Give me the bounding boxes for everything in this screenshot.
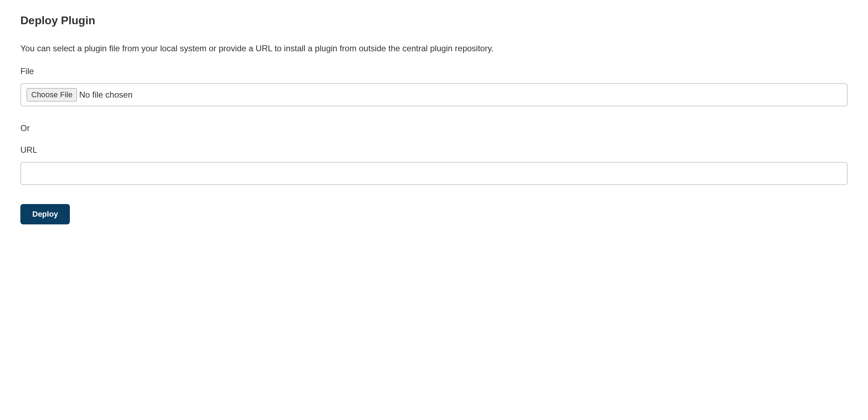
file-field-label: File — [20, 66, 848, 76]
page-title: Deploy Plugin — [20, 14, 848, 27]
deploy-button[interactable]: Deploy — [20, 204, 70, 224]
file-chosen-status: No file chosen — [79, 90, 132, 100]
file-input-container[interactable]: Choose File No file chosen — [20, 83, 848, 106]
choose-file-button[interactable]: Choose File — [27, 88, 77, 101]
url-field-label: URL — [20, 145, 848, 155]
url-input[interactable] — [20, 162, 848, 185]
page-description: You can select a plugin file from your l… — [20, 42, 848, 54]
or-separator: Or — [20, 123, 848, 133]
